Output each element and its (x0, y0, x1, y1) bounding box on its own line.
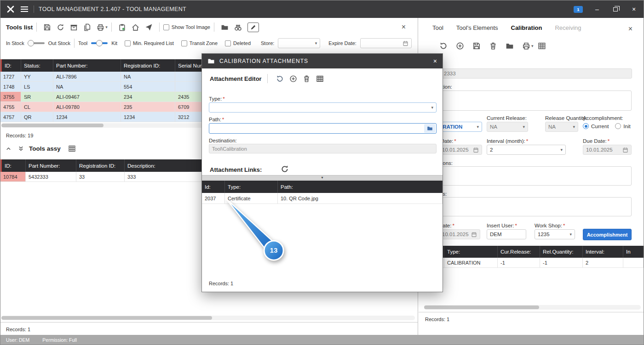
col-id[interactable]: ID: (0, 159, 26, 172)
cell-reg: 1234 (121, 112, 175, 122)
attachment-links-records: Records: 1 (209, 281, 233, 286)
col-rel-quantity[interactable]: Rel.Quantity: (540, 246, 583, 258)
splitter-bar[interactable]: ▼ (202, 175, 443, 180)
save-icon[interactable] (43, 23, 51, 31)
col-cur-release[interactable]: Cur.Release: (498, 246, 540, 258)
col-path[interactable]: Path: (278, 181, 443, 193)
radio-init-label[interactable]: Init (623, 124, 630, 129)
refresh-icon[interactable] (281, 165, 289, 173)
browse-folder-button[interactable] (424, 124, 435, 133)
remarks-textarea[interactable] (424, 197, 632, 216)
double-chevron-down-icon[interactable] (17, 145, 24, 152)
col-registration-id[interactable]: Registration ID: (121, 59, 175, 72)
col-registration-id[interactable]: Registration ID: (76, 159, 125, 172)
cell-status: QR (21, 112, 53, 122)
scrollbar-thumb[interactable] (1, 124, 104, 127)
tools-assy-hscrollbar[interactable] (1, 316, 415, 320)
folder-icon[interactable] (506, 42, 514, 50)
expire-date-input[interactable] (360, 38, 412, 48)
store-select[interactable]: ▾ (278, 38, 320, 48)
col-part-number[interactable]: Part Number: (53, 59, 121, 72)
clipboard-add-icon[interactable] (118, 23, 126, 31)
close-detail-panel-button[interactable]: × (628, 25, 632, 33)
col-type[interactable]: Type: (444, 246, 498, 258)
refresh-icon[interactable] (57, 23, 64, 31)
grid-save-icon[interactable] (316, 75, 324, 83)
edit-tool-button[interactable] (247, 23, 259, 32)
show-tool-image-checkbox[interactable] (163, 24, 169, 30)
calibration-records: Records: 1 (425, 317, 449, 322)
add-icon[interactable] (289, 75, 297, 83)
scrollbar-thumb[interactable] (1, 316, 212, 320)
attachments-modal-header[interactable]: CALIBRATION ATTACHMENTS × (202, 54, 443, 68)
min-required-checkbox[interactable] (125, 40, 131, 46)
send-tool-icon[interactable] (145, 23, 153, 31)
work-shop-select[interactable]: 1235 ▾ (535, 229, 575, 239)
close-button[interactable]: × (630, 5, 638, 13)
instructions-textarea[interactable] (424, 166, 632, 186)
part-number-field[interactable]: 2333 (424, 68, 632, 79)
col-type[interactable]: Type: (225, 181, 278, 193)
attachment-type-select[interactable]: ▾ (209, 102, 437, 113)
binoculars-icon[interactable] (234, 23, 242, 31)
notification-icon[interactable]: 1 (574, 6, 583, 13)
maximize-button[interactable] (611, 5, 620, 13)
radio-init[interactable] (615, 123, 621, 129)
table-row[interactable]: 2037 Certificate 10. QR Code.jpg (202, 193, 443, 204)
kit-label[interactable]: Kit (111, 40, 117, 46)
col-id[interactable]: ID: (0, 59, 21, 72)
home-icon[interactable] (132, 23, 139, 31)
attachment-path-input[interactable] (209, 123, 437, 134)
transit-zone-label[interactable]: Transit Zone (190, 40, 218, 46)
scrollbar-thumb[interactable] (424, 305, 539, 309)
accomplishment-button[interactable]: Accomplishment (583, 229, 632, 240)
radio-current-label[interactable]: Current (591, 124, 609, 129)
col-interval[interactable]: Interval: (583, 246, 623, 258)
tab-calibration[interactable]: Calibration (511, 24, 542, 31)
tool-label[interactable]: Tool (78, 40, 87, 46)
tool-kit-toggle[interactable] (91, 42, 108, 44)
col-status[interactable]: Status: (21, 59, 53, 72)
folder-icon[interactable] (221, 23, 229, 31)
close-modal-button[interactable]: × (433, 58, 437, 64)
col-id[interactable]: Id: (202, 181, 225, 193)
menu-icon[interactable] (21, 6, 28, 12)
radio-current[interactable] (583, 123, 589, 129)
description-textarea[interactable] (424, 90, 632, 111)
col-part-number[interactable]: Part Number: (26, 159, 76, 172)
deleted-checkbox[interactable] (225, 40, 231, 46)
tab-receiving[interactable]: Receiving (555, 24, 581, 31)
calibration-grid-hscrollbar[interactable] (424, 305, 641, 310)
transit-zone-checkbox[interactable] (181, 40, 187, 46)
chevron-up-icon[interactable] (5, 145, 12, 152)
deleted-label[interactable]: Deleted (233, 40, 251, 46)
in-stock-label[interactable]: In Stock (6, 40, 24, 46)
col-more[interactable]: In (623, 246, 644, 258)
minimize-button[interactable]: – (593, 5, 601, 13)
print-button[interactable]: ▾ (518, 42, 534, 50)
undo-icon[interactable] (439, 42, 448, 50)
out-stock-label[interactable]: Out Stock (48, 40, 70, 46)
due-date-input[interactable]: 10.01.2025 (583, 145, 632, 155)
add-icon[interactable] (456, 42, 464, 50)
close-tools-list-button[interactable]: × (402, 23, 406, 31)
table-row[interactable]: CALIBRATION -1 -1 2 (424, 258, 644, 268)
print-button[interactable]: ▾ (94, 23, 108, 31)
copy-icon[interactable] (83, 23, 91, 31)
grid-save-icon[interactable] (538, 42, 546, 50)
interval-select[interactable]: 2 ▾ (487, 145, 566, 155)
stock-toggle[interactable] (28, 42, 45, 44)
grid-save-icon[interactable] (68, 145, 76, 153)
delete-icon[interactable] (489, 42, 497, 50)
archive-tool-icon[interactable] (70, 23, 78, 31)
tab-tool[interactable]: Tool (432, 24, 443, 31)
undo-icon[interactable] (276, 75, 284, 83)
show-tool-image-label[interactable]: Show Tool Image (172, 24, 210, 30)
delete-icon[interactable] (303, 75, 310, 83)
tab-tools-elements[interactable]: Tool's Elements (456, 24, 498, 31)
min-required-label[interactable]: Min. Required List (133, 40, 174, 46)
current-release-select[interactable]: NA ▾ (487, 122, 528, 132)
insert-user-input[interactable]: DEM (487, 229, 526, 239)
save-icon[interactable] (472, 42, 481, 50)
release-quantity-select[interactable]: NA ▾ (545, 122, 578, 132)
